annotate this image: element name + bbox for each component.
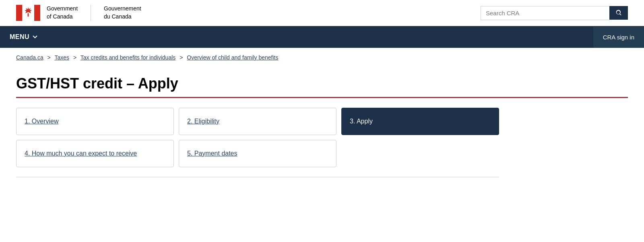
- chevron-down-icon: [33, 35, 37, 39]
- svg-rect-3: [28, 13, 29, 16]
- search-area: [481, 6, 628, 20]
- search-input[interactable]: [481, 6, 609, 20]
- search-icon: [615, 9, 622, 16]
- header-divider: [91, 5, 91, 21]
- search-button[interactable]: [609, 6, 628, 20]
- site-header: Government of Canada Gouvernement du Can…: [0, 0, 644, 26]
- nav-tile-payment-link[interactable]: 5. Payment dates: [187, 150, 237, 157]
- nav-tile-eligibility[interactable]: 2. Eligibility: [179, 108, 336, 135]
- nav-tile-apply-label: 3. Apply: [350, 118, 373, 125]
- red-divider: [16, 97, 628, 98]
- svg-rect-0: [16, 5, 22, 21]
- nav-tiles-row1: 1. Overview 2. Eligibility 3. Apply: [16, 108, 499, 135]
- breadcrumb-separator-1: >: [47, 54, 51, 61]
- breadcrumb-separator-2: >: [73, 54, 76, 61]
- gov-en: Government of Canada: [47, 5, 78, 21]
- menu-button[interactable]: MENU: [0, 26, 47, 48]
- breadcrumb-taxes[interactable]: Taxes: [54, 54, 69, 61]
- main-content: GST/HST credit – Apply 1. Overview 2. El…: [0, 67, 644, 193]
- government-name: Government of Canada: [47, 5, 78, 21]
- breadcrumb: Canada.ca > Taxes > Tax credits and bene…: [0, 48, 644, 67]
- nav-tile-howmuch-link[interactable]: 4. How much you can expect to receive: [25, 150, 137, 157]
- cra-signin-label: CRA sign in: [603, 34, 634, 41]
- main-navbar: MENU CRA sign in: [0, 26, 644, 48]
- flag-icon: [16, 5, 40, 21]
- breadcrumb-tax-credits[interactable]: Tax credits and benefits for individuals: [80, 54, 176, 61]
- nav-tile-overview-link[interactable]: 1. Overview: [25, 118, 58, 125]
- canada-flag: [16, 5, 40, 21]
- nav-tile-empty: [341, 140, 499, 167]
- nav-tile-apply[interactable]: 3. Apply: [341, 108, 499, 135]
- breadcrumb-overview-child[interactable]: Overview of child and family benefits: [187, 54, 278, 61]
- nav-tiles-row2: 4. How much you can expect to receive 5.…: [16, 140, 499, 167]
- nav-tile-eligibility-link[interactable]: 2. Eligibility: [187, 118, 219, 125]
- nav-tile-payment[interactable]: 5. Payment dates: [179, 140, 336, 167]
- logo-area: Government of Canada Gouvernement du Can…: [16, 5, 141, 21]
- nav-tile-overview[interactable]: 1. Overview: [16, 108, 174, 135]
- gov-fr: Gouvernement du Canada: [104, 5, 141, 21]
- breadcrumb-canada-ca[interactable]: Canada.ca: [16, 54, 43, 61]
- government-name-fr: Gouvernement du Canada: [104, 5, 141, 21]
- nav-tile-howmuch[interactable]: 4. How much you can expect to receive: [16, 140, 174, 167]
- breadcrumb-separator-3: >: [180, 54, 183, 61]
- svg-rect-2: [34, 5, 40, 21]
- menu-label: MENU: [10, 33, 29, 41]
- page-title: GST/HST credit – Apply: [16, 75, 628, 92]
- cra-signin-button[interactable]: CRA sign in: [593, 27, 644, 48]
- bottom-divider: [16, 177, 499, 177]
